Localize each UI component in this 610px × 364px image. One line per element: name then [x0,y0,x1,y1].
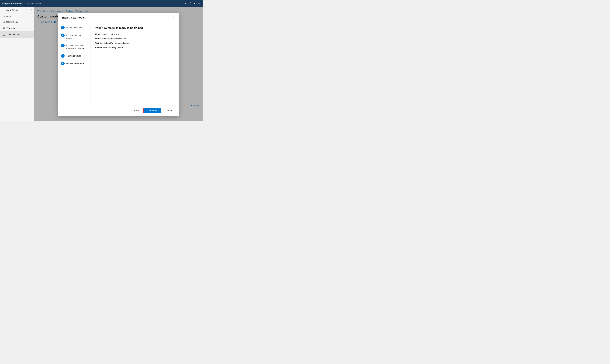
step-label-2: Choose training datasets [66,34,87,40]
step-label-3: Choose evaluation datasets (Optional) [66,44,87,50]
review-heading: Your new model is ready to be trained [95,26,174,30]
topbar-divider: | [25,2,25,5]
review-content: Your new model is ready to be trained Mo… [91,22,179,105]
custom-models-icon: ◱ [3,33,5,36]
step-name-scenario: ✓ Name and scenario [61,26,87,34]
content-area: Vision Studio > My resources > Contoso >… [34,7,203,121]
training-datasets-value: contosodataset [115,42,129,44]
topbar: Cognitive Services | Vision Studio ⚙ ? ▾… [0,0,203,7]
deployments-icon: ⊞ [3,20,5,23]
settings-icon[interactable]: ⚙ [185,2,187,5]
chevron-down-icon[interactable]: ▾ [194,2,195,5]
review-evaluation-datasets: Evaluation dataset(s): None [95,46,174,49]
train-model-modal: Train a new model × ✓ Name and scenario [58,13,179,116]
sidebar: « ⌂ Vision Studio Contoso ⊞ Deployments … [0,7,34,121]
account-icon[interactable]: ☺ [198,2,201,5]
modal-header: Train a new model × [58,13,179,22]
sidebar-collapse-button[interactable]: « [31,9,32,11]
step-icon-3: ✓ [61,44,65,47]
sidebar-item-datasets[interactable]: ▦ Datasets [0,25,34,31]
step-evaluation-datasets: ✓ Choose evaluation datasets (Optional) [61,44,87,54]
step-icon-2: ✓ [61,34,65,37]
step-item-3: ✓ Choose evaluation datasets (Optional) [61,44,87,50]
sidebar-home-label: Vision Studio [6,9,18,11]
model-name-label: Model name: [95,33,108,36]
back-button[interactable]: Back [131,108,142,113]
brand-area: Cognitive Services | Vision Studio [2,2,41,5]
model-type-label: Model type: [95,38,107,40]
sidebar-item-custom-models[interactable]: ◱ Custom models [0,31,34,38]
train-model-button[interactable]: Train model [143,108,161,113]
deployments-label: Deployments [6,21,18,23]
modal-title: Train a new model [62,16,85,19]
step-label-1: Name and scenario [66,26,84,29]
review-training-datasets: Training dataset(s): contosodataset [95,42,174,44]
help-icon[interactable]: ? [190,2,191,5]
step-training-datasets: ✓ Choose training datasets [61,34,87,44]
topbar-icons: ⚙ ? ▾ ☺ [185,2,201,5]
app-name: Vision Studio [28,2,41,5]
datasets-label: Datasets [7,27,15,29]
sidebar-item-deployments[interactable]: ⊞ Deployments [0,19,34,25]
step-icon-1: ✓ [61,26,65,29]
step-review-finish: ● Review and finish [61,62,87,65]
modal-close-button[interactable]: × [171,16,175,20]
review-model-type: Model type: Image classification [95,38,174,40]
step-item-2: ✓ Choose training datasets [61,34,87,40]
training-datasets-label: Training dataset(s): [95,42,114,44]
wizard-steps: ✓ Name and scenario ✓ Choose training da… [58,22,91,105]
brand-name: Cognitive Services [2,2,22,5]
sidebar-section-label: Contoso [0,13,34,19]
main-layout: « ⌂ Vision Studio Contoso ⊞ Deployments … [0,7,203,121]
evaluation-datasets-label: Evaluation dataset(s): [95,46,117,49]
sidebar-item-home[interactable]: ⌂ Vision Studio [0,7,34,13]
step-icon-4: ✓ [61,54,65,58]
datasets-icon: ▦ [3,27,5,30]
model-name-value: contosotest [109,33,119,36]
step-icon-5: ● [61,62,65,65]
step-item-5: ● Review and finish [61,62,87,65]
cancel-button[interactable]: Cancel [163,108,175,113]
step-training-budget: ✓ Training budget [61,54,87,62]
modal-footer: Back Train model Cancel [58,105,179,116]
step-label-4: Training budget [66,54,81,57]
custom-models-label: Custom models [7,33,21,36]
model-type-value: Image classification [108,38,126,40]
step-label-5: Review and finish [66,62,84,65]
modal-body: ✓ Name and scenario ✓ Choose training da… [58,22,179,105]
step-item-4: ✓ Training budget [61,54,87,58]
evaluation-datasets-value: None [118,46,122,49]
step-item-1: ✓ Name and scenario [61,26,87,29]
review-model-name: Model name: contosotest [95,33,174,36]
home-icon: ⌂ [3,9,4,12]
